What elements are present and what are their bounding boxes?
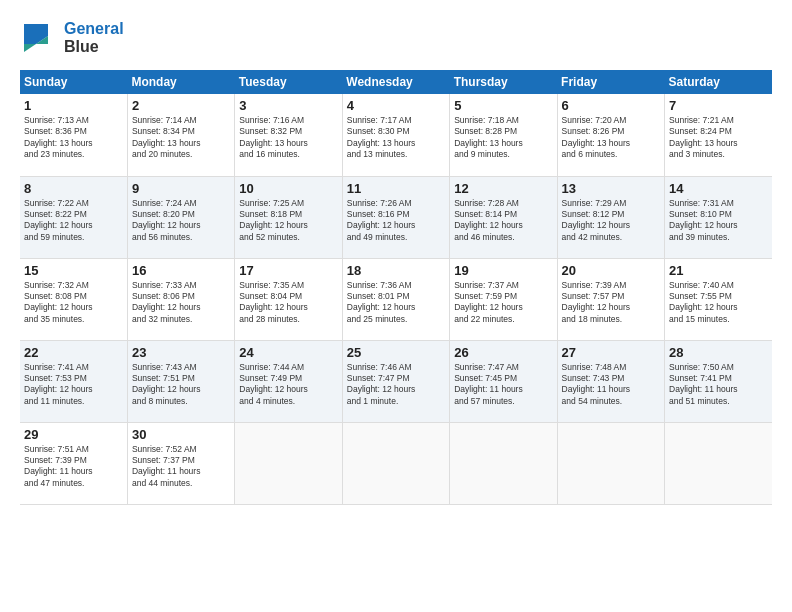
logo-line1: General: [64, 20, 124, 38]
day-number: 20: [562, 263, 660, 278]
day-cell: 22Sunrise: 7:41 AM Sunset: 7:53 PM Dayli…: [20, 340, 127, 422]
day-cell: 17Sunrise: 7:35 AM Sunset: 8:04 PM Dayli…: [235, 258, 342, 340]
col-header-monday: Monday: [127, 70, 234, 94]
day-info: Sunrise: 7:43 AM Sunset: 7:51 PM Dayligh…: [132, 362, 230, 408]
day-number: 21: [669, 263, 768, 278]
day-info: Sunrise: 7:46 AM Sunset: 7:47 PM Dayligh…: [347, 362, 445, 408]
day-number: 4: [347, 98, 445, 113]
day-number: 9: [132, 181, 230, 196]
day-info: Sunrise: 7:32 AM Sunset: 8:08 PM Dayligh…: [24, 280, 123, 326]
day-cell: [342, 422, 449, 504]
day-cell: 13Sunrise: 7:29 AM Sunset: 8:12 PM Dayli…: [557, 176, 664, 258]
day-number: 22: [24, 345, 123, 360]
day-number: 14: [669, 181, 768, 196]
day-cell: 26Sunrise: 7:47 AM Sunset: 7:45 PM Dayli…: [450, 340, 557, 422]
header: General Blue: [20, 16, 772, 60]
day-number: 3: [239, 98, 337, 113]
day-cell: 30Sunrise: 7:52 AM Sunset: 7:37 PM Dayli…: [127, 422, 234, 504]
header-row: SundayMondayTuesdayWednesdayThursdayFrid…: [20, 70, 772, 94]
week-row-2: 8Sunrise: 7:22 AM Sunset: 8:22 PM Daylig…: [20, 176, 772, 258]
day-info: Sunrise: 7:16 AM Sunset: 8:32 PM Dayligh…: [239, 115, 337, 161]
day-cell: 27Sunrise: 7:48 AM Sunset: 7:43 PM Dayli…: [557, 340, 664, 422]
day-number: 27: [562, 345, 660, 360]
day-info: Sunrise: 7:35 AM Sunset: 8:04 PM Dayligh…: [239, 280, 337, 326]
day-cell: 10Sunrise: 7:25 AM Sunset: 8:18 PM Dayli…: [235, 176, 342, 258]
day-number: 26: [454, 345, 552, 360]
day-info: Sunrise: 7:52 AM Sunset: 7:37 PM Dayligh…: [132, 444, 230, 490]
day-info: Sunrise: 7:47 AM Sunset: 7:45 PM Dayligh…: [454, 362, 552, 408]
day-number: 29: [24, 427, 123, 442]
day-cell: 24Sunrise: 7:44 AM Sunset: 7:49 PM Dayli…: [235, 340, 342, 422]
day-number: 18: [347, 263, 445, 278]
day-number: 1: [24, 98, 123, 113]
day-info: Sunrise: 7:51 AM Sunset: 7:39 PM Dayligh…: [24, 444, 123, 490]
day-cell: [557, 422, 664, 504]
day-number: 2: [132, 98, 230, 113]
day-info: Sunrise: 7:44 AM Sunset: 7:49 PM Dayligh…: [239, 362, 337, 408]
col-header-tuesday: Tuesday: [235, 70, 342, 94]
day-number: 12: [454, 181, 552, 196]
day-info: Sunrise: 7:37 AM Sunset: 7:59 PM Dayligh…: [454, 280, 552, 326]
day-cell: 2Sunrise: 7:14 AM Sunset: 8:34 PM Daylig…: [127, 94, 234, 176]
logo: General Blue: [20, 16, 124, 60]
day-info: Sunrise: 7:20 AM Sunset: 8:26 PM Dayligh…: [562, 115, 660, 161]
day-number: 11: [347, 181, 445, 196]
day-number: 17: [239, 263, 337, 278]
week-row-4: 22Sunrise: 7:41 AM Sunset: 7:53 PM Dayli…: [20, 340, 772, 422]
week-row-1: 1Sunrise: 7:13 AM Sunset: 8:36 PM Daylig…: [20, 94, 772, 176]
day-cell: 29Sunrise: 7:51 AM Sunset: 7:39 PM Dayli…: [20, 422, 127, 504]
day-cell: 12Sunrise: 7:28 AM Sunset: 8:14 PM Dayli…: [450, 176, 557, 258]
day-number: 16: [132, 263, 230, 278]
day-cell: 11Sunrise: 7:26 AM Sunset: 8:16 PM Dayli…: [342, 176, 449, 258]
day-cell: 28Sunrise: 7:50 AM Sunset: 7:41 PM Dayli…: [665, 340, 772, 422]
week-row-5: 29Sunrise: 7:51 AM Sunset: 7:39 PM Dayli…: [20, 422, 772, 504]
day-number: 10: [239, 181, 337, 196]
day-cell: 3Sunrise: 7:16 AM Sunset: 8:32 PM Daylig…: [235, 94, 342, 176]
logo-svg: [20, 16, 64, 60]
day-info: Sunrise: 7:24 AM Sunset: 8:20 PM Dayligh…: [132, 198, 230, 244]
day-number: 23: [132, 345, 230, 360]
col-header-friday: Friday: [557, 70, 664, 94]
day-info: Sunrise: 7:41 AM Sunset: 7:53 PM Dayligh…: [24, 362, 123, 408]
day-cell: 16Sunrise: 7:33 AM Sunset: 8:06 PM Dayli…: [127, 258, 234, 340]
day-info: Sunrise: 7:48 AM Sunset: 7:43 PM Dayligh…: [562, 362, 660, 408]
day-cell: 20Sunrise: 7:39 AM Sunset: 7:57 PM Dayli…: [557, 258, 664, 340]
day-info: Sunrise: 7:33 AM Sunset: 8:06 PM Dayligh…: [132, 280, 230, 326]
logo-line2: Blue: [64, 38, 124, 56]
day-cell: 19Sunrise: 7:37 AM Sunset: 7:59 PM Dayli…: [450, 258, 557, 340]
day-info: Sunrise: 7:14 AM Sunset: 8:34 PM Dayligh…: [132, 115, 230, 161]
col-header-thursday: Thursday: [450, 70, 557, 94]
day-info: Sunrise: 7:50 AM Sunset: 7:41 PM Dayligh…: [669, 362, 768, 408]
page: General Blue SundayMondayTuesdayWednesda…: [0, 0, 792, 612]
day-number: 6: [562, 98, 660, 113]
day-number: 19: [454, 263, 552, 278]
day-number: 8: [24, 181, 123, 196]
day-info: Sunrise: 7:21 AM Sunset: 8:24 PM Dayligh…: [669, 115, 768, 161]
day-info: Sunrise: 7:36 AM Sunset: 8:01 PM Dayligh…: [347, 280, 445, 326]
calendar-table: SundayMondayTuesdayWednesdayThursdayFrid…: [20, 70, 772, 505]
day-number: 13: [562, 181, 660, 196]
day-info: Sunrise: 7:25 AM Sunset: 8:18 PM Dayligh…: [239, 198, 337, 244]
week-row-3: 15Sunrise: 7:32 AM Sunset: 8:08 PM Dayli…: [20, 258, 772, 340]
col-header-sunday: Sunday: [20, 70, 127, 94]
day-info: Sunrise: 7:40 AM Sunset: 7:55 PM Dayligh…: [669, 280, 768, 326]
day-cell: [450, 422, 557, 504]
day-cell: 8Sunrise: 7:22 AM Sunset: 8:22 PM Daylig…: [20, 176, 127, 258]
day-info: Sunrise: 7:28 AM Sunset: 8:14 PM Dayligh…: [454, 198, 552, 244]
day-number: 5: [454, 98, 552, 113]
day-cell: [665, 422, 772, 504]
day-cell: 21Sunrise: 7:40 AM Sunset: 7:55 PM Dayli…: [665, 258, 772, 340]
day-number: 7: [669, 98, 768, 113]
day-number: 30: [132, 427, 230, 442]
day-cell: 25Sunrise: 7:46 AM Sunset: 7:47 PM Dayli…: [342, 340, 449, 422]
day-info: Sunrise: 7:39 AM Sunset: 7:57 PM Dayligh…: [562, 280, 660, 326]
day-info: Sunrise: 7:13 AM Sunset: 8:36 PM Dayligh…: [24, 115, 123, 161]
day-cell: 18Sunrise: 7:36 AM Sunset: 8:01 PM Dayli…: [342, 258, 449, 340]
day-info: Sunrise: 7:26 AM Sunset: 8:16 PM Dayligh…: [347, 198, 445, 244]
day-cell: 9Sunrise: 7:24 AM Sunset: 8:20 PM Daylig…: [127, 176, 234, 258]
day-info: Sunrise: 7:22 AM Sunset: 8:22 PM Dayligh…: [24, 198, 123, 244]
day-number: 15: [24, 263, 123, 278]
day-cell: 15Sunrise: 7:32 AM Sunset: 8:08 PM Dayli…: [20, 258, 127, 340]
day-number: 28: [669, 345, 768, 360]
day-cell: 1Sunrise: 7:13 AM Sunset: 8:36 PM Daylig…: [20, 94, 127, 176]
